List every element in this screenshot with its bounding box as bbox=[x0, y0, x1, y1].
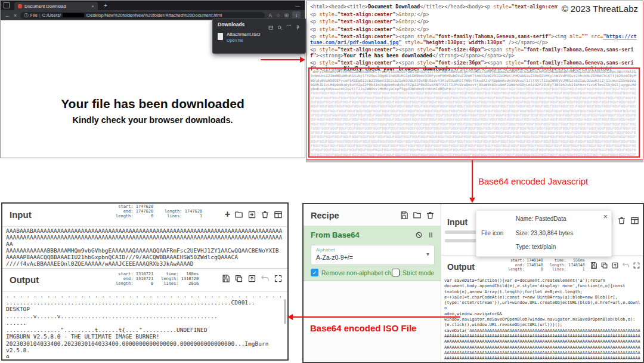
open-file-link[interactable]: Open file bbox=[227, 38, 260, 42]
strict-mode-label: Strict mode bbox=[402, 269, 434, 276]
source-code-segment: "height:130px; width:130px" bbox=[423, 39, 505, 45]
page-heading: Your file has been downloaded bbox=[1, 97, 305, 111]
source-code-segment: </p> bbox=[417, 11, 429, 17]
tab-title: Document Download bbox=[24, 4, 89, 9]
source-code-segment: style= bbox=[417, 33, 435, 39]
remove-non-alphabet-label: Remove non-alphabet chars bbox=[321, 269, 400, 276]
caret-down-icon: ▾ bbox=[426, 251, 429, 257]
undo-icon[interactable] bbox=[261, 274, 270, 283]
file-icon-label: File icon bbox=[481, 230, 503, 236]
cyberchef-iso-window: Input start: 1747628 end: 1747628 length… bbox=[1, 202, 289, 361]
disable-operation-icon[interactable] bbox=[415, 230, 423, 238]
address-redaction bbox=[63, 13, 84, 17]
stop-icon[interactable]: × bbox=[14, 13, 17, 19]
maximize-output-icon[interactable] bbox=[633, 261, 640, 269]
save-recipe-icon[interactable] bbox=[400, 211, 408, 220]
alphabet-select[interactable]: Alphabet A-Za-z0-9+/= ▾ bbox=[311, 245, 435, 265]
back-icon[interactable]: ← bbox=[5, 13, 10, 19]
search-downloads-icon[interactable] bbox=[277, 22, 283, 27]
source-code-segment: Document Download bbox=[368, 4, 420, 10]
js-input-title: Input bbox=[447, 217, 467, 227]
source-code-segment: /></span></p> bbox=[506, 39, 549, 45]
collections-icon[interactable]: ⊞ bbox=[284, 13, 289, 19]
copy-output-icon[interactable] bbox=[600, 261, 608, 269]
source-code-line: <p style="text-align:center">&nbsp;</p> bbox=[310, 27, 637, 33]
js-output-stats-selection: start: 1748148 end: 1748148 length: 0 bbox=[508, 259, 543, 272]
source-code-segment: style= bbox=[417, 47, 435, 53]
source-code-segment: style= bbox=[319, 60, 338, 66]
source-code-segment: "text-align:center" bbox=[338, 11, 395, 17]
iso-input-title: Input bbox=[10, 210, 32, 220]
source-code-segment: &nbsp; bbox=[398, 11, 417, 17]
replace-input-icon[interactable] bbox=[611, 261, 619, 269]
download-item[interactable]: Attachment.ISO Open file bbox=[213, 29, 305, 45]
downloads-popup: Downloads ⋯ Attachment.ISO Open file bbox=[212, 18, 306, 54]
iso-input-stats-length: length: 1747628 lines: 1 bbox=[165, 209, 202, 219]
save-output-icon[interactable] bbox=[221, 274, 230, 283]
clear-input-trash-icon[interactable] bbox=[261, 210, 270, 219]
browser-tab[interactable]: Document Download × bbox=[14, 2, 98, 10]
page-subheading: Kindly check your browser downloads. bbox=[1, 115, 305, 125]
read-aloud-icon[interactable]: A bbox=[268, 13, 272, 19]
iso-output-text: . . . . . . . . . . . . . . . . . . . . … bbox=[6, 292, 283, 358]
iso-input-text[interactable]: AAABAAABAAAAAAAAAAAAAAAAAAAAAAAAAAAAAAAA… bbox=[6, 227, 285, 268]
tab-close-icon[interactable]: × bbox=[91, 4, 94, 9]
source-code-segment: <p bbox=[310, 11, 319, 17]
open-downloads-window-icon[interactable] bbox=[268, 22, 274, 27]
undo-icon[interactable] bbox=[622, 261, 630, 269]
source-code-segment: ><span bbox=[395, 60, 417, 66]
source-code-segment: "text-align:center" bbox=[338, 60, 395, 66]
input-options-grid-icon[interactable] bbox=[630, 216, 639, 225]
base64-blob-fill: QUFBQUFBQUFBQUFBQUFBQUFBQUFBQUFBQUFBQUFB… bbox=[311, 87, 636, 158]
load-recipe-folder-icon[interactable] bbox=[413, 211, 422, 220]
open-folder-icon[interactable] bbox=[234, 210, 243, 219]
source-code-segment: ><span bbox=[395, 47, 417, 53]
arrow-source-to-input-head bbox=[469, 198, 475, 203]
open-file-icon[interactable] bbox=[247, 210, 256, 219]
breakpoint-pause-icon[interactable] bbox=[427, 230, 435, 238]
source-code-segment: style= bbox=[506, 60, 524, 66]
add-input-icon[interactable]: + bbox=[225, 209, 230, 220]
replace-input-icon[interactable] bbox=[247, 274, 256, 283]
save-output-icon[interactable] bbox=[590, 261, 597, 269]
source-code: <html><head><title>Document Download</ti… bbox=[310, 4, 637, 72]
arrow-source-to-input bbox=[472, 160, 473, 198]
remove-non-alphabet-checkbox[interactable]: ✓ bbox=[311, 269, 318, 276]
downloads-popup-header: Downloads ⋯ bbox=[213, 19, 305, 29]
source-code-segment: "font-family:Tahoma,Geneva,sans-serif" bbox=[435, 33, 551, 39]
source-code-segment: &nbsp; bbox=[398, 19, 417, 24]
source-code-segment: </strong></span></span></p> bbox=[432, 53, 515, 59]
favorites-icon[interactable]: ☆ bbox=[275, 13, 280, 19]
copy-output-icon[interactable] bbox=[234, 274, 243, 283]
more-options-icon[interactable]: ⋯ bbox=[286, 22, 292, 27]
js-output-title: Output bbox=[447, 262, 475, 272]
input-options-grid-icon[interactable] bbox=[274, 210, 283, 219]
source-scrollbar[interactable] bbox=[306, 159, 643, 162]
new-tab-button[interactable]: + bbox=[104, 2, 107, 9]
recipe-title: Recipe bbox=[311, 211, 339, 220]
source-code-segment: style= bbox=[506, 47, 524, 53]
downloads-popup-title: Downloads bbox=[218, 21, 265, 27]
source-code-segment: ><strong> bbox=[316, 53, 343, 59]
source-code-segment: style= bbox=[417, 60, 435, 66]
source-code-segment: <html><head><title> bbox=[310, 4, 368, 10]
maximize-output-icon[interactable] bbox=[274, 274, 283, 283]
copyright-text: © 2023 ThreatLabz bbox=[558, 4, 638, 14]
clear-recipe-trash-icon[interactable] bbox=[426, 211, 435, 220]
close-icon[interactable]: × bbox=[603, 212, 608, 221]
clear-input-trash-icon[interactable] bbox=[617, 216, 626, 225]
operation-from-base64[interactable]: From Base64 Alphabet A-Za-z0-9+/= ▾ ✓ Re… bbox=[304, 226, 441, 281]
minimize-icon[interactable]: — bbox=[295, 3, 300, 8]
source-code-segment: "text-align:center" bbox=[338, 33, 395, 39]
source-code-segment: </title></head><body><p bbox=[420, 4, 493, 10]
info-icon[interactable]: ⓘ bbox=[24, 13, 29, 19]
js-output-text: var saveData=function(){var e=document.c… bbox=[444, 278, 641, 362]
source-code-segment: "text-align:center" bbox=[338, 19, 395, 24]
strict-mode-checkbox[interactable] bbox=[392, 269, 400, 276]
app-grid-icon bbox=[4, 2, 10, 8]
pin-icon[interactable] bbox=[295, 22, 301, 27]
source-code-segment: alt= bbox=[569, 33, 581, 39]
pasted-file-tooltip: File icon Name: PastedData Size: 23,30,8… bbox=[476, 210, 612, 257]
iso-output-scrollbar[interactable] bbox=[284, 299, 286, 324]
browser-titlebar: Document Download × + — bbox=[1, 1, 305, 10]
